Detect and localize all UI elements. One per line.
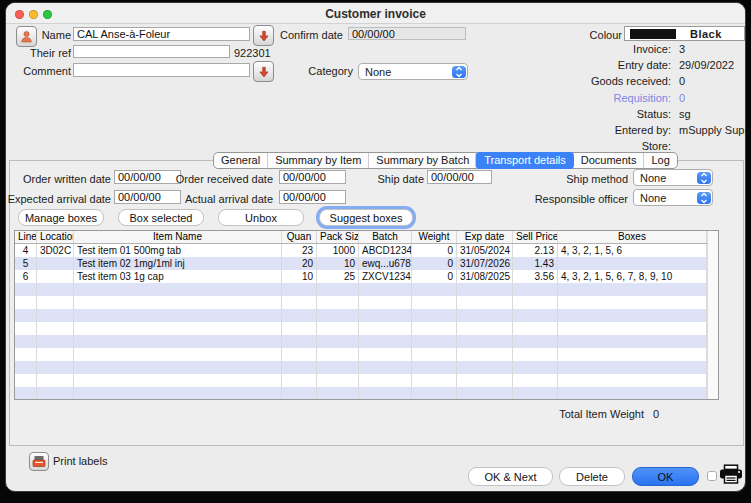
column-header-boxes[interactable]: Boxes	[558, 231, 707, 243]
category-label: Category	[276, 65, 353, 78]
tab-bar: GeneralSummary by ItemSummary by BatchTr…	[213, 152, 678, 169]
cell-boxes	[558, 257, 707, 270]
cell-item-name	[74, 348, 282, 361]
cell-item-name	[74, 309, 282, 322]
cell-location	[37, 335, 74, 348]
requisition-value[interactable]: 0	[679, 92, 685, 105]
requisition-label: Requisition:	[451, 92, 671, 105]
cell-item-name	[74, 296, 282, 309]
entered-by-label: Entered by:	[451, 124, 671, 137]
table-row-empty[interactable]	[15, 283, 707, 296]
cell-exp-date: 31/05/2024	[457, 244, 513, 257]
manage-boxes-button[interactable]: Manage boxes	[18, 209, 104, 226]
tab-summary-by-item[interactable]: Summary by Item	[267, 153, 368, 168]
column-header-weight[interactable]: Weight	[412, 231, 457, 243]
column-header-batch[interactable]: Batch	[359, 231, 412, 243]
responsible-officer-dropdown[interactable]: None	[633, 189, 713, 206]
table-row[interactable]: 5Test item 02 1mg/1ml inj2010ewq...u6780…	[15, 257, 707, 270]
print-labels-button[interactable]	[29, 452, 49, 471]
print-icon-button[interactable]	[718, 464, 744, 485]
cell-exp-date	[457, 283, 513, 296]
actual-arrival-date-field[interactable]	[279, 190, 346, 204]
cell-batch	[359, 283, 412, 296]
cell-exp-date: 31/07/2026	[457, 257, 513, 270]
actual-arrival-date-label: Actual arrival date	[166, 193, 273, 206]
ship-date-field[interactable]	[427, 170, 492, 184]
print-checkbox[interactable]	[707, 471, 717, 481]
table-row-empty[interactable]	[15, 348, 707, 361]
tab-general[interactable]: General	[214, 153, 267, 168]
colour-label: Colour	[562, 29, 622, 42]
unbox-button[interactable]: Unbox	[218, 209, 304, 226]
cell-sell-price: 1.43	[513, 257, 558, 270]
cell-exp-date	[457, 387, 513, 400]
ok-and-next-button[interactable]: OK & Next	[468, 467, 553, 486]
ship-method-dropdown[interactable]: None	[633, 169, 713, 186]
cell-line	[15, 348, 37, 361]
table-row-empty[interactable]	[15, 374, 707, 387]
cell-weight	[412, 387, 457, 400]
table-row-empty[interactable]	[15, 361, 707, 374]
colour-picker[interactable]: Black	[624, 26, 745, 41]
cell-sell-price	[513, 374, 558, 387]
tab-documents[interactable]: Documents	[573, 153, 644, 168]
table-row-empty[interactable]	[15, 387, 707, 400]
entered-by-value: mSupply Support	[679, 124, 746, 137]
cell-pack-size	[317, 296, 359, 309]
cell-boxes	[558, 309, 707, 322]
table-row[interactable]: 6Test item 03 1g cap1025ZXCV1234031/08/2…	[15, 270, 707, 283]
cell-batch	[359, 387, 412, 400]
table-row-empty[interactable]	[15, 322, 707, 335]
cell-weight	[412, 348, 457, 361]
delete-button[interactable]: Delete	[559, 467, 625, 486]
comment-expand-button[interactable]	[253, 61, 274, 82]
cell-batch: ABCD1234	[359, 244, 412, 257]
customer-invoice-window: Customer invoice Name Their ref 922301 C…	[5, 2, 746, 492]
cell-weight: 0	[412, 270, 457, 283]
table-body: 43D02CTest item 01 500mg tab231000ABCD12…	[15, 244, 718, 400]
cell-exp-date	[457, 348, 513, 361]
column-header-line[interactable]: Line	[15, 231, 37, 243]
column-header-exp-date[interactable]: Exp date	[457, 231, 513, 243]
column-header-pack-size[interactable]: Pack Size	[317, 231, 359, 243]
cell-boxes	[558, 374, 707, 387]
cell-location	[37, 309, 74, 322]
screen: Customer invoice Name Their ref 922301 C…	[0, 0, 751, 503]
table-scrollbar[interactable]	[707, 231, 718, 399]
cell-line	[15, 387, 37, 400]
tab-summary-by-batch[interactable]: Summary by Batch	[368, 153, 476, 168]
column-header-item-name[interactable]: Item Name	[74, 231, 282, 243]
their-ref-input[interactable]	[73, 45, 230, 58]
cell-quan: 23	[282, 244, 317, 257]
print-labels-label: Print labels	[53, 455, 107, 468]
name-label: Name	[6, 29, 71, 42]
column-header-quan[interactable]: Quan	[282, 231, 317, 243]
their-ref-code: 922301	[234, 47, 271, 60]
cell-boxes: 4, 3, 2, 1, 5, 6	[558, 244, 707, 257]
cell-boxes	[558, 283, 707, 296]
cell-location	[37, 387, 74, 400]
table-row[interactable]: 43D02CTest item 01 500mg tab231000ABCD12…	[15, 244, 707, 257]
box-selected-button[interactable]: Box selected	[118, 209, 204, 226]
cell-batch	[359, 322, 412, 335]
table-row-empty[interactable]	[15, 335, 707, 348]
cell-location	[37, 257, 74, 270]
comment-input[interactable]	[73, 63, 250, 77]
ok-button[interactable]: OK	[632, 467, 699, 486]
column-header-sell-price[interactable]: Sell Price	[513, 231, 558, 243]
tab-log[interactable]: Log	[643, 153, 676, 168]
ship-date-label: Ship date	[316, 173, 424, 186]
tab-transport-details[interactable]: Transport details	[475, 152, 574, 169]
cell-location: 3D02C	[37, 244, 74, 257]
name-input[interactable]	[73, 27, 250, 41]
suggest-boxes-button[interactable]: Suggest boxes	[319, 209, 413, 226]
cell-sell-price	[513, 283, 558, 296]
cell-batch	[359, 335, 412, 348]
column-header-location[interactable]: Location	[37, 231, 74, 243]
cell-location	[37, 270, 74, 283]
cell-batch	[359, 296, 412, 309]
table-row-empty[interactable]	[15, 309, 707, 322]
cell-quan	[282, 309, 317, 322]
table-row-empty[interactable]	[15, 296, 707, 309]
cell-pack-size	[317, 374, 359, 387]
